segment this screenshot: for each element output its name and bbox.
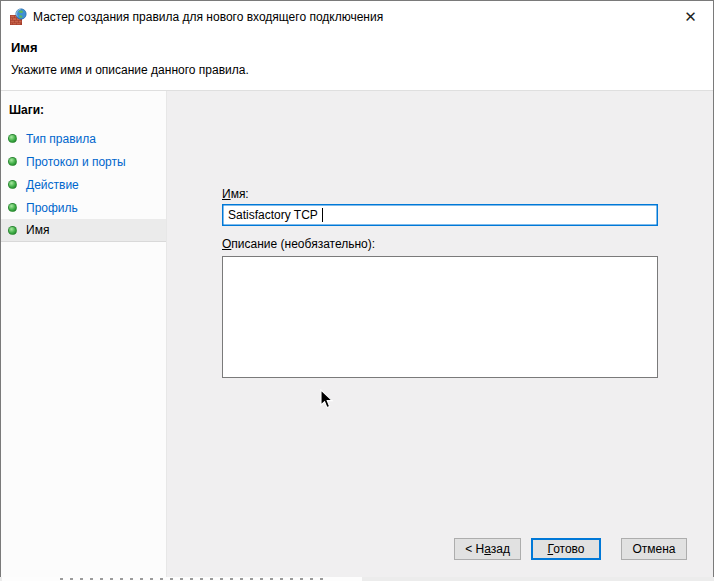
step-label: Протокол и порты — [26, 155, 126, 169]
step-label: Действие — [26, 178, 79, 192]
step-bullet-icon — [8, 226, 17, 235]
name-input-value: Satisfactory TCP — [228, 208, 318, 222]
steps-sidebar: Шаги: Тип правила Протокол и порты Дейст… — [1, 91, 167, 577]
main-panel: Имя: Satisfactory TCP Описание (необязат… — [167, 91, 713, 577]
sidebar-step-profile[interactable]: Профиль — [1, 196, 166, 219]
step-label: Профиль — [26, 201, 78, 215]
step-label: Тип правила — [26, 132, 96, 146]
close-icon: ✕ — [684, 8, 697, 26]
step-label: Имя — [26, 223, 49, 237]
step-bullet-icon — [8, 134, 17, 143]
sidebar-step-action[interactable]: Действие — [1, 173, 166, 196]
name-input[interactable]: Satisfactory TCP — [222, 204, 658, 226]
close-button[interactable]: ✕ — [668, 1, 713, 32]
description-textarea[interactable] — [222, 256, 658, 378]
sidebar-step-name[interactable]: Имя — [1, 219, 166, 242]
page-subtitle: Укажите имя и описание данного правила. — [11, 63, 713, 77]
cancel-button[interactable]: Отмена — [621, 538, 687, 560]
wizard-header: Имя Укажите имя и описание данного прави… — [1, 33, 713, 91]
wizard-dialog: Мастер создания правила для нового входя… — [0, 0, 714, 577]
title-bar: Мастер создания правила для нового входя… — [1, 1, 713, 33]
page-title: Имя — [11, 33, 713, 55]
firewall-icon — [9, 8, 27, 26]
steps-heading: Шаги: — [1, 91, 166, 127]
sidebar-step-protocol-ports[interactable]: Протокол и порты — [1, 150, 166, 173]
window-title: Мастер создания правила для нового входя… — [33, 10, 383, 24]
description-label: Описание (необязательно): — [222, 237, 375, 251]
underlying-window-sliver — [0, 577, 714, 581]
text-caret — [322, 208, 323, 222]
finish-button[interactable]: Готово — [531, 538, 601, 560]
name-label: Имя: — [222, 187, 249, 201]
back-button[interactable]: < Назад — [454, 538, 521, 560]
step-bullet-icon — [8, 157, 17, 166]
button-row: < Назад Готово Отмена — [454, 538, 687, 560]
step-bullet-icon — [8, 180, 17, 189]
sidebar-step-rule-type[interactable]: Тип правила — [1, 127, 166, 150]
step-bullet-icon — [8, 203, 17, 212]
